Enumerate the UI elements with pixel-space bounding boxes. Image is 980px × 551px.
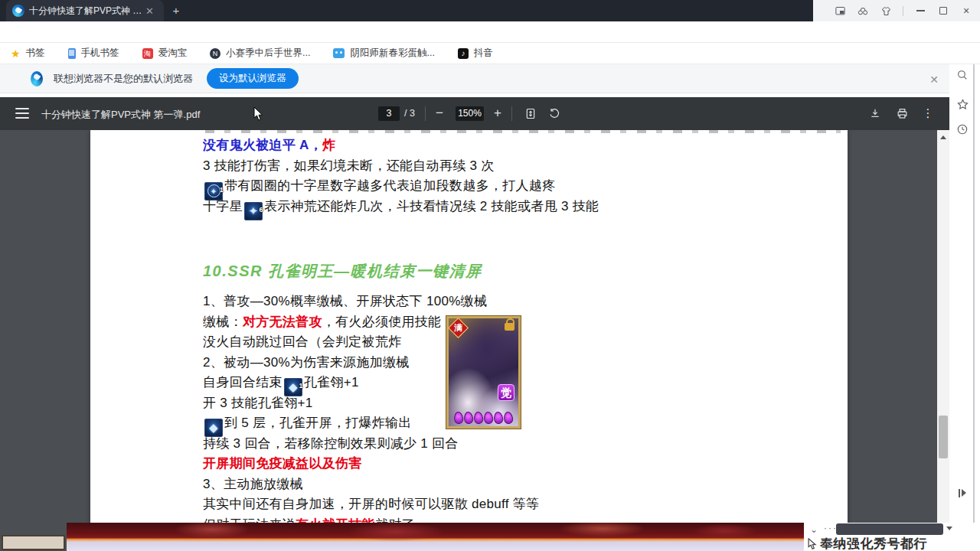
beige-box (2, 535, 65, 550)
print-icon[interactable] (894, 106, 910, 121)
doc-text-segment: 到 5 层，孔雀开屏，打爆炸输出 (224, 416, 412, 430)
pdf-viewer-area[interactable]: 没有鬼火被迫平 A，炸3 技能打伤害，如果幻境未断，还能自动再续 3 次✦1带有… (0, 130, 949, 536)
search-icon[interactable] (956, 68, 969, 82)
doc-text-segment: 2、被动—30%为伤害来源施加缴械 (203, 355, 410, 370)
feather-icon (483, 411, 494, 425)
feather-icon (503, 411, 514, 425)
taobao-icon: 淘 (142, 48, 153, 59)
toolbar-separator (511, 106, 512, 121)
blue-tv-icon (333, 48, 345, 58)
video-frame-strip (67, 523, 804, 551)
tab-bar: 十分钟快速了解PVP式神 第一弹 ✕ + × (0, 0, 980, 21)
pdf-download-icon[interactable] (867, 106, 883, 121)
pdf-menu-icon[interactable] (15, 108, 29, 119)
set-default-browser-button[interactable]: 设为默认浏览器 (207, 68, 299, 89)
scrollbar-thumb[interactable] (939, 416, 948, 458)
chevron-down-icon: ⌄ (810, 524, 818, 535)
star-icon: ★ (11, 47, 21, 60)
doc-text-segment: 3、主动施放缴械 (203, 477, 303, 491)
feather-icon (473, 411, 484, 425)
page-number-input[interactable]: 3 (378, 106, 400, 121)
doc-line: 没有鬼火被迫平 A，炸 (203, 135, 832, 156)
zoom-out-button[interactable]: − (436, 106, 443, 120)
mini-window-icon[interactable] (834, 5, 846, 17)
bookmarks-bar: ★ 书签 手机书签 淘 爱淘宝 N 小赛季中后手世界... 阴阳师新春彩蛋触..… (0, 43, 980, 64)
doc-line: 十字星✦6表示神荒还能炸几次，斗技看情况续 2 技能或者甩 3 技能 (203, 197, 832, 217)
pdf-scrollbar[interactable] (937, 130, 949, 536)
doc-line: 1、普攻—30%概率缴械、开屏状态下 100%缴械 (203, 292, 832, 312)
bookmark-douyin[interactable]: ♪ 抖音 (458, 47, 493, 60)
panel-expand-icon[interactable] (959, 487, 971, 498)
pdf-more-options-icon[interactable]: ⋮ (920, 106, 936, 121)
doc-line: 3、主动施放缴械 (203, 474, 832, 495)
favorites-star-icon[interactable] (956, 97, 969, 111)
dark-dropdown-box[interactable] (836, 523, 943, 535)
bookmark-shuqian[interactable]: ★ 书签 (11, 47, 45, 60)
rotate-icon[interactable] (547, 106, 562, 121)
doc-text-segment: 3 技能打伤害，如果幻境未断，还能自动再续 3 次 (203, 158, 495, 173)
card-max-badge: 满 (448, 318, 469, 338)
lock-icon (505, 323, 514, 331)
notification-message: 联想浏览器不是您的默认浏览器 (54, 72, 193, 86)
cut-text-sliver (205, 130, 841, 133)
bookmark-season[interactable]: N 小赛季中后手世界... (210, 47, 310, 60)
window-controls-separator (903, 6, 903, 16)
theme-tshirt-icon[interactable] (880, 5, 892, 17)
doc-line: 持续 3 回合，若移除控制效果则减少 1 回合 (203, 434, 832, 455)
doc-text-segment: 持续 3 回合，若移除控制效果则减少 1 回合 (203, 436, 459, 451)
dark-circle-icon: N (210, 48, 220, 59)
gem-skill-icon: ◆1 (284, 378, 302, 396)
window-controls: × (813, 0, 980, 21)
doc-line: 10.SSR 孔雀明王—暖机结束一键清屏 (203, 259, 832, 282)
zoom-level-value[interactable]: 150% (456, 106, 484, 121)
feather-icon (493, 411, 504, 425)
pdf-document-title: 十分钟快速了解PVP式神 第一弹.pdf (41, 108, 200, 122)
doc-text-segment: 自身回合结束 (203, 375, 283, 390)
doc-line: 开屏期间免疫减益以及伤害 (203, 454, 832, 474)
fit-page-icon[interactable] (523, 106, 538, 121)
browser-tab[interactable]: 十分钟快速了解PVP式神 第一弹 ✕ (6, 0, 164, 21)
doc-text-segment: 开屏期间免疫减益以及伤害 (203, 456, 362, 471)
doc-text-segment: 带有圆圈的十字星数字越多代表追加段数越多，打人越疼 (224, 178, 556, 193)
new-tab-button[interactable]: + (170, 5, 182, 17)
binoculars-icon[interactable] (857, 5, 869, 17)
doc-text-segment: 没火自动跳过回合（会判定被荒炸 (203, 334, 402, 349)
close-window-button[interactable]: × (960, 5, 972, 17)
default-browser-notification: 联想浏览器不是您的默认浏览器 设为默认浏览器 (0, 64, 949, 93)
feather-icon (453, 411, 464, 425)
doc-line: 3 技能打伤害，如果幻境未断，还能自动再续 3 次 (203, 156, 832, 177)
panel-divider (973, 64, 975, 528)
bookmark-mobile[interactable]: 手机书签 (68, 47, 119, 60)
bottom-right-panel: ⌄ ··· 奉纳强化秀号都行 (804, 523, 980, 551)
minimize-button[interactable] (914, 5, 926, 17)
bookmark-taobao[interactable]: 淘 爱淘宝 (142, 47, 188, 60)
card-feathers (449, 412, 518, 424)
history-clock-icon[interactable] (956, 122, 969, 136)
doc-line: 其实中间还有自身加速，开屏的时候可以驱散 debuff 等等 (203, 494, 832, 515)
doc-text-segment: 1、普攻—30%概率缴械、开屏状态下 100%缴械 (203, 294, 487, 308)
tab-title: 十分钟快速了解PVP式神 第一弹 (29, 5, 142, 18)
gem-skill-icon: ◆ (204, 419, 223, 437)
doc-text-segment: 10.SSR 孔雀明王—暖机结束一键清屏 (203, 262, 482, 279)
zoom-in-button[interactable]: + (494, 106, 501, 120)
tab-close-icon[interactable]: ✕ (145, 5, 154, 17)
lenovo-browser-favicon (12, 5, 24, 17)
bookmark-onmyoji[interactable]: 阴阳师新春彩蛋触... (333, 47, 434, 60)
feather-icon (463, 411, 474, 425)
crossstar-circle-skill-icon: ✦1 (204, 182, 223, 201)
address-bar: i 文件 C:/Users/BITTER%20STRANGER/Desktop/… (0, 21, 980, 43)
notification-close-icon[interactable]: ✕ (928, 73, 940, 86)
doc-text-segment: 炸 (322, 138, 335, 152)
scroll-up-arrow[interactable] (937, 132, 949, 142)
doc-line: ✦1带有圆圈的十字星数字越多代表追加段数越多，打人越疼 (203, 176, 832, 197)
doc-text-segment: 孔雀翎+1 (304, 375, 359, 390)
doc-text-segment: 缴械： (203, 315, 243, 329)
doc-text-segment: ，有火必须使用技能 (322, 315, 442, 329)
doc-text-segment: 对方无法普攻 (243, 315, 322, 329)
cursor-pointer-icon (807, 538, 818, 550)
maximize-button[interactable] (937, 5, 949, 17)
character-card-image: 满 觉 (446, 316, 521, 429)
crossstar-skill-icon: ✦6 (244, 202, 263, 220)
mouse-cursor (253, 107, 263, 121)
caret-down-icon (946, 527, 952, 530)
